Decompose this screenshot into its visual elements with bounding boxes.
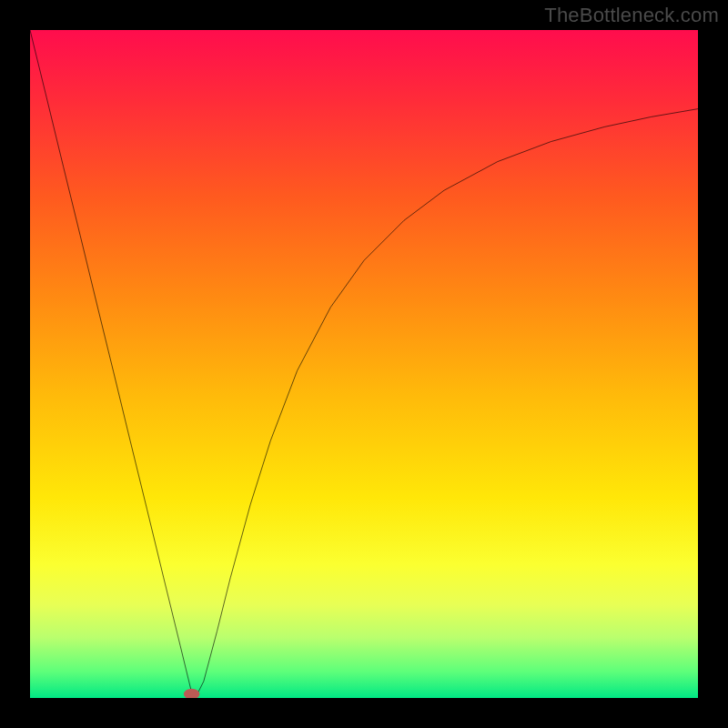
chart-frame: TheBottleneck.com xyxy=(0,0,728,728)
gradient-background xyxy=(30,30,698,698)
chart-svg xyxy=(30,30,698,698)
watermark-text: TheBottleneck.com xyxy=(544,4,719,27)
plot-area xyxy=(30,30,698,698)
